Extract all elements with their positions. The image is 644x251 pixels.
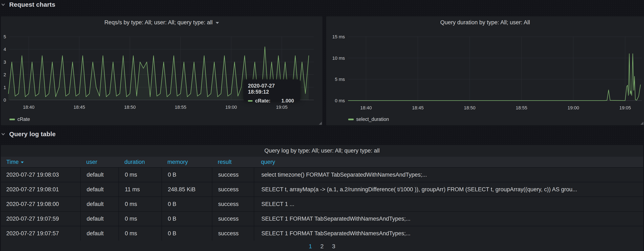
resize-handle[interactable] <box>640 122 643 125</box>
cell-Time: 2020-07-27 19:08:00 <box>1 197 80 211</box>
cell-result: success <box>212 197 254 211</box>
y-tick-label: 2 <box>4 72 6 77</box>
column-header-memory[interactable]: memory <box>162 157 212 167</box>
section-query-log-table[interactable]: Query log table <box>0 129 56 139</box>
cell-Time: 2020-07-27 19:07:59 <box>1 212 80 226</box>
x-tick-label: 18:45 <box>74 105 85 110</box>
table-row: 2020-07-27 19:08:00default0 ms0 Bsuccess… <box>1 197 643 211</box>
table-body: 2020-07-27 19:08:03default0 ms0 Bsuccess… <box>1 167 643 241</box>
sort-desc-icon <box>21 162 24 163</box>
column-header-Time[interactable]: Time <box>1 157 80 167</box>
section-title: Query log table <box>9 131 56 138</box>
pagination-page-1[interactable]: 1 <box>309 243 312 250</box>
cell-result: success <box>212 168 254 182</box>
tooltip-series-swatch <box>248 100 252 102</box>
chevron-down-icon <box>0 131 6 137</box>
table-header-row: Timeuserdurationmemoryresultquery <box>1 157 643 167</box>
cell-memory: 0 B <box>162 197 212 211</box>
y-tick-label: 0 <box>4 97 6 103</box>
legend-duration: select_duration <box>348 116 389 122</box>
column-header-user[interactable]: user <box>80 157 118 167</box>
column-header-result[interactable]: result <box>212 157 254 167</box>
table-row: 2020-07-27 19:07:57default0 ms0 Bsuccess… <box>1 226 643 241</box>
cell-memory: 0 B <box>162 168 212 182</box>
tooltip-series-value: 1.000 <box>281 98 294 104</box>
cell-result: success <box>212 182 254 197</box>
table-row: 2020-07-27 19:08:03default0 ms0 Bsuccess… <box>1 167 643 182</box>
tooltip-series-label: cRate: <box>255 98 270 104</box>
x-tick-label: 18:55 <box>175 105 186 110</box>
cell-query: SELECT t, arrayMap(a -> (a.1, a.2/runnin… <box>254 182 643 197</box>
cell-user: default <box>80 226 118 241</box>
cell-duration: 0 ms <box>118 197 162 211</box>
y-tick-label: 10 ms <box>332 55 345 61</box>
chevron-down-icon <box>0 1 6 8</box>
table-row: 2020-07-27 19:08:01default11 ms248.85 Ki… <box>1 182 643 197</box>
cell-duration: 0 ms <box>118 226 162 241</box>
y-tick-label: 3 <box>4 59 6 65</box>
table-panel-title[interactable]: Query log by type: All; user: All; query… <box>1 148 643 154</box>
cell-memory: 248.85 KiB <box>162 182 212 197</box>
table-row: 2020-07-27 19:07:59default0 ms0 Bsuccess… <box>1 211 643 226</box>
chart-tooltip: 2020-07-27 18:59:12 cRate: 1.000 <box>243 79 300 101</box>
cell-memory: 0 B <box>162 226 212 241</box>
x-tick-label: 19:05 <box>620 105 631 110</box>
cell-user: default <box>80 182 118 197</box>
cell-user: default <box>80 168 118 182</box>
duration-chart-plot[interactable]: 0 ms5 ms10 ms15 ms18:4018:4518:5018:5519… <box>326 29 644 113</box>
cell-user: default <box>80 197 118 211</box>
panel-duration-chart: Query duration by type: All; user: All 0… <box>326 16 644 125</box>
legend-label-select-duration[interactable]: select_duration <box>356 116 389 122</box>
cell-duration: 11 ms <box>118 182 162 197</box>
panel-title-duration[interactable]: Query duration by type: All; user: All <box>440 19 530 26</box>
x-tick-label: 18:45 <box>412 105 424 110</box>
cell-query: SELECT 1 FORMAT TabSeparatedWithNamesAnd… <box>254 212 643 226</box>
legend-swatch-select-duration <box>348 119 354 120</box>
tooltip-timestamp: 2020-07-27 18:59:12 <box>248 83 296 95</box>
x-tick-label: 18:40 <box>360 105 372 110</box>
x-tick-label: 18:50 <box>124 105 136 110</box>
cell-user: default <box>80 212 118 226</box>
cell-memory: 0 B <box>162 212 212 226</box>
y-tick-label: 15 ms <box>332 34 345 39</box>
y-tick-label: 5 ms <box>335 77 345 82</box>
panel-query-log: Query log by type: All; user: All; query… <box>1 145 643 251</box>
resize-handle[interactable] <box>319 122 322 125</box>
section-request-charts[interactable]: Request charts <box>0 0 56 9</box>
cell-result: success <box>212 226 254 241</box>
cell-query: SELECT 1 ... <box>254 197 643 211</box>
query-log-table: Timeuserdurationmemoryresultquery 2020-0… <box>1 157 643 241</box>
series-line-select_duration <box>348 54 640 101</box>
column-header-duration[interactable]: duration <box>118 157 162 167</box>
table-pagination: 123 <box>1 242 643 251</box>
grafana-dashboard: { "sections": { "requests": { "title": "… <box>0 0 644 251</box>
panel-title-reqs[interactable]: Reqs/s by type: All; user: All; query ty… <box>104 19 212 26</box>
pagination-page-3[interactable]: 3 <box>332 243 336 250</box>
x-tick-label: 19:00 <box>225 105 237 110</box>
cell-Time: 2020-07-27 19:08:01 <box>1 182 80 197</box>
y-tick-label: 1 <box>4 85 6 90</box>
section-title: Request charts <box>9 1 56 8</box>
x-tick-label: 18:50 <box>464 105 475 110</box>
legend-swatch-crate <box>10 119 15 120</box>
x-tick-label: 19:05 <box>276 105 288 110</box>
cell-query: select timezone() FORMAT TabSeparatedWit… <box>254 168 643 182</box>
x-tick-label: 18:55 <box>516 105 527 110</box>
legend-label-crate[interactable]: cRate <box>18 116 30 122</box>
x-tick-label: 18:40 <box>23 105 34 110</box>
cell-Time: 2020-07-27 19:08:03 <box>1 168 80 182</box>
x-tick-label: 19:00 <box>568 105 579 110</box>
y-tick-label: 0 ms <box>335 98 345 103</box>
cell-query: SELECT 1 FORMAT TabSeparatedWithNamesAnd… <box>254 226 643 241</box>
column-header-query[interactable]: query <box>254 157 643 167</box>
cell-Time: 2020-07-27 19:07:57 <box>1 226 80 241</box>
y-tick-label: 5 <box>4 34 6 39</box>
pagination-page-2[interactable]: 2 <box>320 243 324 250</box>
legend-reqs: cRate <box>10 116 30 122</box>
cell-result: success <box>212 212 254 226</box>
panel-reqs-chart: Reqs/s by type: All; user: All; query ty… <box>1 16 322 125</box>
cell-duration: 0 ms <box>118 212 162 226</box>
panel-menu-caret-icon[interactable] <box>216 22 219 24</box>
cell-duration: 0 ms <box>118 168 162 182</box>
y-tick-label: 4 <box>4 47 6 52</box>
